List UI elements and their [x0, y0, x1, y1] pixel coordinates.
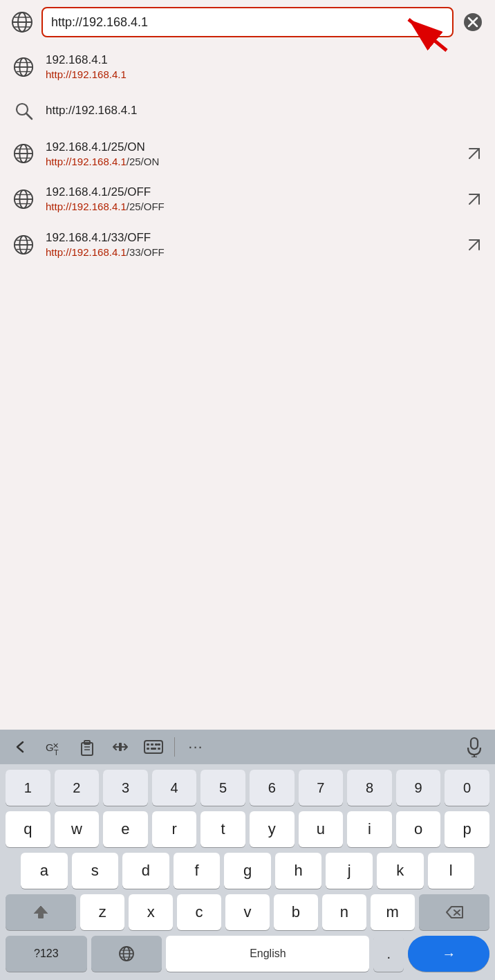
- period-key[interactable]: .: [373, 936, 404, 972]
- svg-line-16: [26, 113, 32, 119]
- suggestion-url: http://192.168.4.1/25/ON: [46, 155, 455, 169]
- suggestion-title: http://192.168.4.1: [46, 103, 484, 118]
- qwerty-row: q w e r t y u i o p: [3, 808, 492, 850]
- key-0[interactable]: 0: [445, 770, 489, 806]
- key-b[interactable]: b: [274, 894, 318, 930]
- mic-button[interactable]: [459, 734, 489, 760]
- key-6[interactable]: 6: [250, 770, 295, 806]
- svg-rect-43: [119, 743, 122, 751]
- number-row: 1 2 3 4 5 6 7 8 9 0: [3, 767, 492, 808]
- svg-rect-44: [144, 741, 162, 753]
- suggestion-url: http://192.168.4.1/25/OFF: [46, 200, 455, 214]
- key-e[interactable]: e: [103, 811, 148, 847]
- key-m[interactable]: m: [371, 894, 415, 930]
- address-bar-area: [0, 0, 495, 44]
- address-input[interactable]: [41, 7, 454, 37]
- backspace-key[interactable]: [419, 894, 489, 930]
- close-button[interactable]: [459, 8, 487, 36]
- suggestion-item[interactable]: http://192.168.4.1: [0, 90, 495, 131]
- suggestion-url: http://192.168.4.1: [46, 68, 484, 82]
- key-a[interactable]: a: [21, 853, 68, 889]
- key-r[interactable]: r: [152, 811, 197, 847]
- suggestion-text: http://192.168.4.1: [46, 103, 484, 118]
- key-d[interactable]: d: [122, 853, 169, 889]
- toolbar-divider: [174, 737, 175, 757]
- svg-rect-47: [155, 743, 158, 746]
- key-p[interactable]: p: [445, 811, 489, 847]
- key-k[interactable]: k: [377, 853, 424, 889]
- svg-text:T: T: [54, 748, 59, 757]
- suggestion-text: 192.168.4.1/25/OFF http://192.168.4.1/25…: [46, 185, 455, 214]
- svg-rect-55: [38, 914, 44, 918]
- cursor-button[interactable]: [105, 734, 136, 760]
- translate-button[interactable]: G ✕ T: [39, 734, 69, 760]
- key-j[interactable]: j: [326, 853, 373, 889]
- suggestion-item[interactable]: 192.168.4.1/25/ON http://192.168.4.1/25/…: [0, 131, 495, 177]
- key-x[interactable]: x: [129, 894, 173, 930]
- suggestion-title: 192.168.4.1/33/OFF: [46, 230, 455, 246]
- suggestion-text: 192.168.4.1/25/ON http://192.168.4.1/25/…: [46, 140, 455, 169]
- suggestion-item[interactable]: 192.168.4.1/33/OFF http://192.168.4.1/33…: [0, 222, 495, 268]
- suggestion-text: 192.168.4.1/33/OFF http://192.168.4.1/33…: [46, 230, 455, 259]
- suggestion-text: 192.168.4.1 http://192.168.4.1: [46, 53, 484, 82]
- suggestion-globe-icon: [11, 187, 36, 212]
- suggestion-arrow-icon: [465, 144, 484, 163]
- globe-icon: [8, 8, 36, 36]
- shift-key[interactable]: [6, 894, 76, 930]
- key-8[interactable]: 8: [347, 770, 392, 806]
- svg-line-34: [469, 240, 479, 250]
- key-n[interactable]: n: [322, 894, 366, 930]
- suggestion-globe-icon: [11, 232, 36, 257]
- key-f[interactable]: f: [174, 853, 221, 889]
- key-y[interactable]: y: [250, 811, 295, 847]
- key-2[interactable]: 2: [55, 770, 100, 806]
- enter-key[interactable]: →: [408, 936, 489, 972]
- key-w[interactable]: w: [55, 811, 100, 847]
- space-key[interactable]: English: [166, 936, 369, 972]
- key-v[interactable]: v: [225, 894, 270, 930]
- suggestion-item[interactable]: 192.168.4.1/25/OFF http://192.168.4.1/25…: [0, 176, 495, 222]
- svg-rect-45: [147, 743, 149, 746]
- bottom-row: ?123 English . →: [3, 933, 492, 974]
- suggestion-title: 192.168.4.1: [46, 53, 484, 68]
- key-o[interactable]: o: [396, 811, 441, 847]
- key-z[interactable]: z: [80, 894, 124, 930]
- key-s[interactable]: s: [72, 853, 119, 889]
- suggestion-title: 192.168.4.1/25/OFF: [46, 185, 455, 200]
- key-c[interactable]: c: [177, 894, 221, 930]
- suggestion-arrow-icon: [465, 189, 484, 209]
- suggestions-list: 192.168.4.1 http://192.168.4.1 http://19…: [0, 44, 495, 272]
- clipboard-button[interactable]: [72, 734, 102, 760]
- keyboard-rows: 1 2 3 4 5 6 7 8 9 0 q w e r t y u i: [0, 764, 495, 980]
- key-u[interactable]: u: [299, 811, 344, 847]
- key-4[interactable]: 4: [152, 770, 197, 806]
- key-l[interactable]: l: [428, 853, 475, 889]
- key-g[interactable]: g: [224, 853, 271, 889]
- svg-rect-51: [158, 748, 160, 750]
- back-button[interactable]: [6, 734, 36, 760]
- svg-line-22: [469, 149, 479, 158]
- suggestion-url: http://192.168.4.1/33/OFF: [46, 246, 455, 259]
- asdf-row: a s d f g h j k l: [3, 850, 492, 891]
- zxcvbnm-row: z x c v b n m: [3, 891, 492, 933]
- numbers-key[interactable]: ?123: [6, 936, 87, 972]
- key-i[interactable]: i: [347, 811, 392, 847]
- globe-key[interactable]: [91, 936, 162, 972]
- keyboard-settings-button[interactable]: [138, 734, 169, 760]
- svg-line-28: [469, 194, 479, 204]
- more-button[interactable]: ···: [180, 734, 211, 760]
- keyboard-toolbar: G ✕ T: [0, 730, 495, 764]
- key-5[interactable]: 5: [200, 770, 245, 806]
- keyboard: G ✕ T: [0, 730, 495, 980]
- key-7[interactable]: 7: [299, 770, 344, 806]
- key-9[interactable]: 9: [396, 770, 441, 806]
- suggestion-item[interactable]: 192.168.4.1 http://192.168.4.1: [0, 44, 495, 90]
- key-3[interactable]: 3: [103, 770, 148, 806]
- svg-rect-50: [158, 743, 160, 746]
- key-1[interactable]: 1: [6, 770, 50, 806]
- key-t[interactable]: t: [200, 811, 245, 847]
- key-h[interactable]: h: [275, 853, 322, 889]
- address-input-wrapper: [41, 7, 454, 37]
- svg-rect-46: [151, 743, 153, 746]
- key-q[interactable]: q: [6, 811, 50, 847]
